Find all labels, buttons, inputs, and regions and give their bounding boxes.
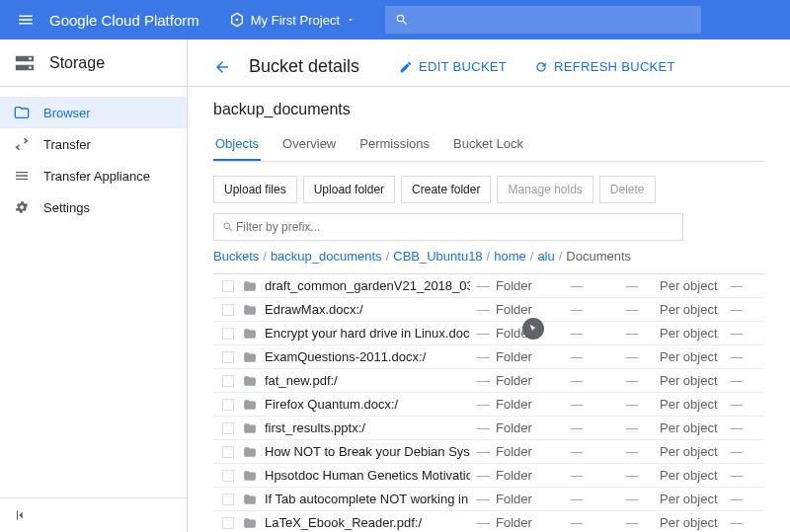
folder-icon bbox=[243, 469, 257, 483]
breadcrumb-link[interactable]: alu bbox=[537, 249, 554, 264]
menu-icon[interactable] bbox=[8, 2, 43, 38]
folder-icon bbox=[243, 516, 257, 530]
row-checkbox[interactable] bbox=[222, 494, 234, 505]
storage-class: Per object bbox=[660, 515, 725, 530]
object-row[interactable]: Encrypt your hard drive in Linux.docx:/—… bbox=[213, 322, 764, 345]
collapse-icon bbox=[14, 508, 28, 522]
tab-objects[interactable]: Objects bbox=[213, 128, 261, 161]
row-checkbox[interactable] bbox=[222, 517, 234, 529]
main: Bucket details EDIT BUCKET REFRESH BUCKE… bbox=[188, 39, 790, 532]
object-row[interactable]: Firefox Quantum.docx:/—Folder——Per objec… bbox=[213, 393, 764, 417]
object-row[interactable]: first_results.pptx:/—Folder——Per object— bbox=[213, 417, 764, 440]
object-name[interactable]: first_results.pptx:/ bbox=[243, 420, 470, 435]
row-checkbox[interactable] bbox=[222, 351, 234, 363]
topbar: Google Cloud Platform My First Project bbox=[0, 0, 790, 39]
back-button[interactable] bbox=[213, 58, 231, 76]
storage-icon bbox=[14, 52, 36, 74]
tab-overview[interactable]: Overview bbox=[280, 128, 338, 161]
sidebar-header: Storage bbox=[0, 39, 187, 87]
object-name[interactable]: fat_new.pdf:/ bbox=[243, 373, 470, 388]
sidebar-item-transfer[interactable]: Transfer bbox=[0, 128, 187, 160]
sidebar-item-transfer-appliance[interactable]: Transfer Appliance bbox=[0, 160, 187, 191]
row-checkbox[interactable] bbox=[222, 304, 234, 316]
object-row[interactable]: EdrawMax.docx:/—Folder——Per object— bbox=[213, 298, 764, 322]
filter-box[interactable] bbox=[213, 213, 683, 241]
bucket-name: backup_documents bbox=[213, 101, 764, 118]
upload-files-button[interactable]: Upload files bbox=[213, 176, 297, 203]
sidebar-item-browser[interactable]: Browser bbox=[0, 97, 187, 128]
search-bar[interactable] bbox=[385, 6, 701, 34]
tab-bucket-lock[interactable]: Bucket Lock bbox=[451, 128, 525, 161]
refresh-bucket-button[interactable]: REFRESH BUCKET bbox=[534, 59, 675, 74]
svg-rect-3 bbox=[17, 510, 18, 519]
storage-class: Per object bbox=[660, 444, 725, 459]
header-title: Google Cloud Platform bbox=[49, 12, 199, 29]
manage-holds-button: Manage holds bbox=[497, 176, 592, 203]
object-name[interactable]: Firefox Quantum.docx:/ bbox=[243, 397, 470, 412]
breadcrumb-root[interactable]: Buckets bbox=[213, 249, 259, 264]
row-checkbox[interactable] bbox=[222, 399, 234, 411]
sidebar-title: Storage bbox=[49, 54, 105, 72]
row-checkbox[interactable] bbox=[222, 328, 234, 340]
breadcrumb-link[interactable]: backup_documents bbox=[271, 249, 382, 264]
breadcrumb-current: Documents bbox=[566, 249, 631, 264]
row-checkbox[interactable] bbox=[222, 375, 234, 387]
sidebar-item-settings[interactable]: Settings bbox=[0, 191, 187, 223]
object-name[interactable]: Hpsotdoc Human Genetics Motivation.docx:… bbox=[243, 468, 470, 483]
object-row[interactable]: If Tab autocomplete NOT working in Linux… bbox=[213, 488, 764, 511]
object-row[interactable]: draft_common_gardenV21_2018_03_29_JRS...… bbox=[213, 274, 764, 298]
object-name[interactable]: How NOT to Break your Debian System!.doc… bbox=[243, 444, 470, 459]
object-row[interactable]: ExamQuestions-2011.docx:/—Folder——Per ob… bbox=[213, 345, 764, 369]
object-type: Folder bbox=[496, 349, 549, 364]
breadcrumb-link[interactable]: home bbox=[494, 249, 526, 264]
object-type: Folder bbox=[496, 326, 549, 341]
object-type: Folder bbox=[496, 302, 549, 317]
svg-point-0 bbox=[235, 19, 238, 22]
row-checkbox[interactable] bbox=[222, 470, 234, 482]
refresh-icon bbox=[534, 60, 548, 74]
sidebar-collapse[interactable] bbox=[0, 497, 187, 532]
chevron-down-icon bbox=[346, 15, 356, 25]
folder-icon bbox=[243, 350, 257, 364]
sidebar-item-label: Transfer bbox=[43, 137, 91, 152]
object-list: draft_common_gardenV21_2018_03_29_JRS...… bbox=[213, 273, 764, 532]
search-icon bbox=[395, 13, 409, 27]
sidebar: Storage BrowserTransferTransfer Applianc… bbox=[0, 39, 188, 532]
storage-class: Per object bbox=[660, 278, 725, 293]
object-name[interactable]: draft_common_gardenV21_2018_03_29_JRS... bbox=[243, 278, 470, 293]
action-row: Upload files Upload folder Create folder… bbox=[213, 176, 764, 203]
upload-folder-button[interactable]: Upload folder bbox=[303, 176, 395, 203]
object-name[interactable]: EdrawMax.docx:/ bbox=[243, 302, 470, 317]
folder-icon bbox=[243, 303, 257, 317]
object-type: Folder bbox=[496, 420, 549, 435]
svg-point-1 bbox=[29, 57, 32, 60]
breadcrumbs: Buckets/backup_documents/CBB_Ubuntu18/ho… bbox=[213, 249, 764, 264]
object-type: Folder bbox=[496, 278, 549, 293]
delete-button: Delete bbox=[599, 176, 656, 203]
folder-icon bbox=[243, 279, 257, 293]
storage-class: Per object bbox=[660, 468, 725, 483]
object-name[interactable]: Encrypt your hard drive in Linux.docx:/ bbox=[243, 326, 470, 341]
filter-input[interactable] bbox=[234, 219, 674, 235]
object-type: Folder bbox=[496, 373, 549, 388]
object-name[interactable]: If Tab autocomplete NOT working in Linux… bbox=[243, 492, 470, 506]
object-row[interactable]: Hpsotdoc Human Genetics Motivation.docx:… bbox=[213, 464, 764, 488]
object-name[interactable]: ExamQuestions-2011.docx:/ bbox=[243, 349, 470, 364]
breadcrumb-link[interactable]: CBB_Ubuntu18 bbox=[393, 249, 482, 264]
storage-class: Per object bbox=[660, 302, 725, 317]
edit-bucket-button[interactable]: EDIT BUCKET bbox=[399, 59, 507, 74]
create-folder-button[interactable]: Create folder bbox=[401, 176, 491, 203]
sidebar-item-label: Transfer Appliance bbox=[43, 169, 150, 184]
storage-class: Per object bbox=[660, 349, 725, 364]
tab-permissions[interactable]: Permissions bbox=[357, 128, 432, 161]
storage-class: Per object bbox=[660, 420, 725, 435]
folder-icon bbox=[243, 374, 257, 388]
object-row[interactable]: LaTeX_Ebook_Reader.pdf:/—Folder——Per obj… bbox=[213, 511, 764, 532]
row-checkbox[interactable] bbox=[222, 280, 234, 292]
object-row[interactable]: How NOT to Break your Debian System!.doc… bbox=[213, 440, 764, 464]
project-selector[interactable]: My First Project bbox=[229, 12, 356, 28]
row-checkbox[interactable] bbox=[222, 422, 234, 434]
object-name[interactable]: LaTeX_Ebook_Reader.pdf:/ bbox=[243, 515, 470, 530]
row-checkbox[interactable] bbox=[222, 446, 234, 458]
object-row[interactable]: fat_new.pdf:/—Folder——Per object— bbox=[213, 369, 764, 393]
